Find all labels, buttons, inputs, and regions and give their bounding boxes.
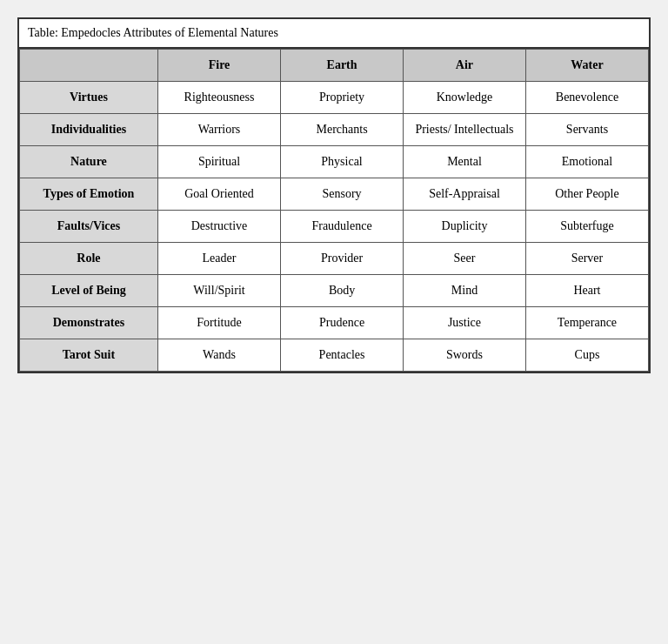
row-label-4: Faults/Vices — [20, 211, 158, 243]
cell-water-8: Cups — [525, 339, 648, 372]
cell-air-8: Swords — [404, 339, 526, 372]
row-label-5: Role — [20, 243, 158, 275]
table-row: VirtuesRighteousnessProprietyKnowledgeBe… — [20, 82, 649, 114]
cell-fire-4: Destructive — [157, 211, 280, 243]
cell-air-7: Justice — [404, 307, 526, 339]
table-body: VirtuesRighteousnessProprietyKnowledgeBe… — [20, 82, 649, 372]
cell-air-4: Duplicity — [404, 211, 526, 243]
cell-water-6: Heart — [525, 275, 648, 307]
cell-fire-8: Wands — [157, 339, 280, 372]
header-fire: Fire — [157, 50, 280, 82]
header-air: Air — [404, 50, 526, 82]
cell-water-5: Server — [525, 243, 648, 275]
cell-water-1: Servants — [525, 114, 648, 146]
cell-water-2: Emotional — [525, 146, 648, 178]
row-label-3: Types of Emotion — [20, 178, 158, 211]
table-container: Table: Empedocles Attributes of Elementa… — [17, 17, 651, 373]
cell-air-3: Self-Appraisal — [404, 178, 526, 211]
cell-fire-0: Righteousness — [157, 82, 280, 114]
row-label-8: Tarot Suit — [20, 339, 158, 372]
table-row: IndividualitiesWarriorsMerchantsPriests/… — [20, 114, 649, 146]
cell-air-2: Mental — [404, 146, 526, 178]
cell-earth-7: Prudence — [281, 307, 404, 339]
cell-earth-6: Body — [281, 275, 404, 307]
table-row: DemonstratesFortitudePrudenceJusticeTemp… — [20, 307, 649, 339]
cell-earth-1: Merchants — [281, 114, 404, 146]
table-row: NatureSpiritualPhysicalMentalEmotional — [20, 146, 649, 178]
table-row: Tarot SuitWandsPentaclesSwordsCups — [20, 339, 649, 372]
cell-fire-3: Goal Oriented — [157, 178, 280, 211]
cell-water-4: Subterfuge — [525, 211, 648, 243]
header-earth: Earth — [281, 50, 404, 82]
cell-water-3: Other People — [525, 178, 648, 211]
table-row: Types of EmotionGoal OrientedSensorySelf… — [20, 178, 649, 211]
row-label-2: Nature — [20, 146, 158, 178]
cell-earth-3: Sensory — [281, 178, 404, 211]
cell-earth-2: Physical — [281, 146, 404, 178]
cell-air-1: Priests/ Intellectuals — [404, 114, 526, 146]
header-empty — [20, 50, 158, 82]
cell-water-7: Temperance — [525, 307, 648, 339]
cell-water-0: Benevolence — [525, 82, 648, 114]
cell-earth-4: Fraudulence — [281, 211, 404, 243]
cell-air-6: Mind — [404, 275, 526, 307]
table-row: Level of BeingWill/SpiritBodyMindHeart — [20, 275, 649, 307]
row-label-6: Level of Being — [20, 275, 158, 307]
cell-fire-5: Leader — [157, 243, 280, 275]
cell-fire-2: Spiritual — [157, 146, 280, 178]
cell-fire-6: Will/Spirit — [157, 275, 280, 307]
cell-earth-5: Provider — [281, 243, 404, 275]
header-water: Water — [525, 50, 648, 82]
cell-earth-0: Propriety — [281, 82, 404, 114]
table-row: RoleLeaderProviderSeerServer — [20, 243, 649, 275]
table-title: Table: Empedocles Attributes of Elementa… — [19, 19, 649, 49]
row-label-0: Virtues — [20, 82, 158, 114]
row-label-7: Demonstrates — [20, 307, 158, 339]
cell-earth-8: Pentacles — [281, 339, 404, 372]
cell-air-5: Seer — [404, 243, 526, 275]
cell-air-0: Knowledge — [404, 82, 526, 114]
main-table: Fire Earth Air Water VirtuesRighteousnes… — [19, 49, 649, 372]
row-label-1: Individualities — [20, 114, 158, 146]
cell-fire-7: Fortitude — [157, 307, 280, 339]
table-row: Faults/VicesDestructiveFraudulenceDuplic… — [20, 211, 649, 243]
cell-fire-1: Warriors — [157, 114, 280, 146]
